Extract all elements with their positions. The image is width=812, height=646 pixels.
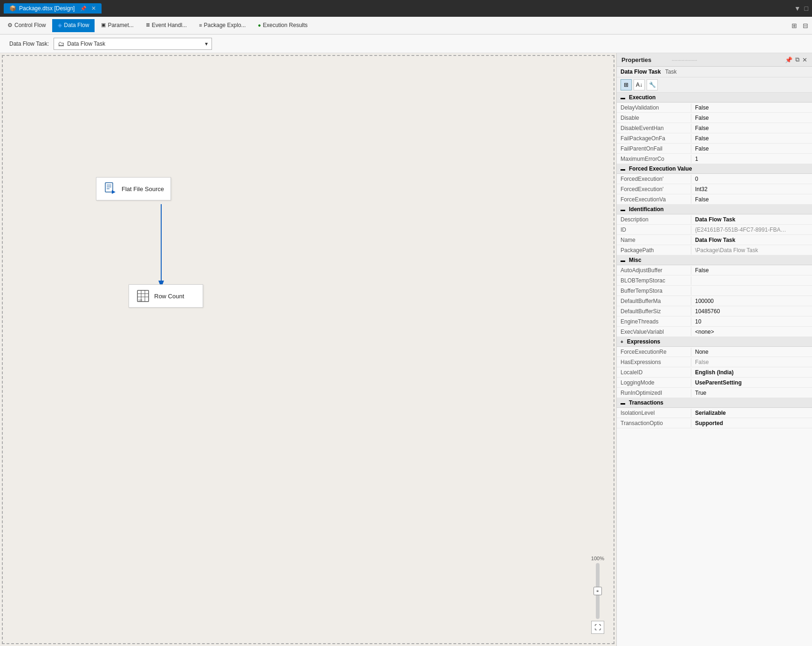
exec-label: Execution Results [263, 22, 307, 28]
props-wrench-btn[interactable]: 🔧 [647, 79, 658, 90]
props-categorized-btn[interactable]: ⊞ [621, 79, 632, 90]
package-tab[interactable]: 📦 Package.dtsx [Design] 📌 ✕ [4, 3, 102, 14]
package-tab-label: Package.dtsx [Design] [19, 5, 75, 12]
task-dropdown[interactable]: 🗂 Data Flow Task ▾ [54, 38, 212, 50]
flat-file-source-label: Flat File Source [122, 186, 164, 192]
row-count-icon: 123 [136, 289, 150, 303]
props-key: DelayValidation [617, 103, 691, 112]
tab-event-handlers[interactable]: ≣ Event Handl... [140, 19, 192, 32]
props-row[interactable]: FailParentOnFailFalse [617, 144, 812, 154]
props-row[interactable]: IsolationLevelSerializable [617, 408, 812, 418]
tab-execution-results[interactable]: ● Execution Results [252, 19, 314, 32]
props-row[interactable]: DescriptionData Flow Task [617, 214, 812, 225]
props-row[interactable]: AutoAdjustBufferFalse [617, 265, 812, 275]
explorer-label: Package Explo... [204, 22, 246, 28]
minimize-icon[interactable]: ▼ [794, 5, 801, 12]
canvas-area[interactable]: Flat File Source [2, 55, 614, 644]
props-float-icon[interactable]: ⧉ [795, 56, 799, 63]
props-row[interactable]: HasExpressionsFalse [617, 357, 812, 367]
props-row[interactable]: DefaultBufferMa100000 [617, 296, 812, 306]
props-row[interactable]: TransactionOptioSupported [617, 418, 812, 428]
props-row[interactable]: ForceExecutionVaFalse [617, 194, 812, 205]
props-key: LocaleID [617, 368, 691, 377]
flat-file-source-icon [103, 181, 118, 196]
package-icon: 📦 [9, 5, 16, 12]
props-key: BLOBTempStorac [617, 276, 691, 285]
svg-text:123: 123 [138, 299, 143, 302]
props-key: DefaultBufferSiz [617, 307, 691, 316]
flat-file-source-component[interactable]: Flat File Source [96, 177, 171, 200]
props-key: TransactionOptio [617, 419, 691, 427]
main-layout: Flat File Source [0, 53, 812, 646]
chevron-down-icon: ▾ [205, 41, 208, 47]
connector-line [3, 56, 614, 643]
row-count-component[interactable]: 123 Row Count [129, 284, 203, 308]
maximize-icon[interactable]: □ [805, 5, 808, 12]
event-icon: ≣ [146, 22, 150, 28]
props-content[interactable]: ▬ExecutionDelayValidationFalseDisableFal… [617, 93, 812, 646]
props-value: True [691, 389, 812, 397]
props-row[interactable]: ExecValueVariabl<none> [617, 327, 812, 337]
props-key: RunInOptimizedI [617, 389, 691, 397]
props-key: FailParentOnFail [617, 144, 691, 153]
zoom-fit-button[interactable]: ⛶ [591, 621, 604, 634]
props-value: 10485760 [691, 307, 812, 316]
props-row[interactable]: DisableFalse [617, 113, 812, 123]
props-row[interactable]: BufferTempStora [617, 286, 812, 296]
props-row[interactable]: DefaultBufferSiz10485760 [617, 306, 812, 316]
props-section-misc[interactable]: ▬Misc [617, 255, 812, 265]
props-header-dots: ·················· [672, 57, 697, 63]
zoom-slider-thumb[interactable]: ≡ [594, 587, 602, 595]
props-value: Serializable [691, 409, 812, 417]
section-label: Misc [629, 257, 641, 263]
props-section-forced-execution-value[interactable]: ▬Forced Execution Value [617, 164, 812, 174]
params-label: Paramet... [108, 22, 133, 28]
props-value: False [691, 358, 812, 366]
props-row[interactable]: LoggingModeUseParentSetting [617, 378, 812, 388]
props-row[interactable]: FailPackageOnFaFalse [617, 133, 812, 144]
toolbar-btn-layout[interactable]: ⊟ [801, 20, 810, 31]
props-close-icon[interactable]: ✕ [802, 56, 807, 63]
props-alphabetical-btn[interactable]: A↓ [634, 79, 645, 90]
props-value [691, 280, 812, 282]
task-dropdown-value: Data Flow Task [67, 41, 105, 47]
props-row[interactable]: ID{E24161B7-551B-4FC7-8991-FBA… [617, 225, 812, 235]
props-row[interactable]: PackagePath\Package\Data Flow Task [617, 245, 812, 255]
props-key: AutoAdjustBuffer [617, 266, 691, 275]
props-key: Description [617, 215, 691, 224]
task-bar: Data Flow Task: 🗂 Data Flow Task ▾ [0, 34, 812, 53]
tab-parameters[interactable]: ▣ Paramet... [96, 19, 139, 32]
props-row[interactable]: DisableEventHanFalse [617, 123, 812, 133]
props-value: Data Flow Task [691, 215, 812, 224]
props-row[interactable]: DelayValidationFalse [617, 103, 812, 113]
zoom-fit-icon: ⛶ [594, 624, 601, 631]
tab-data-flow[interactable]: ◈ Data Flow [52, 19, 95, 32]
props-value: 1 [691, 155, 812, 163]
props-pin-icon[interactable]: 📌 [785, 56, 792, 63]
props-row[interactable]: NameData Flow Task [617, 235, 812, 245]
props-row[interactable]: ForceExecutionReNone [617, 347, 812, 357]
props-row[interactable]: ForcedExecution'Int32 [617, 184, 812, 194]
props-row[interactable]: EngineThreads10 [617, 316, 812, 327]
zoom-slider-track[interactable]: ≡ [596, 563, 600, 619]
section-expand-icon: ▬ [621, 207, 625, 212]
props-row[interactable]: ForcedExecution'0 [617, 174, 812, 184]
toolbar-right: ⊞ ⊟ [790, 20, 810, 31]
props-row[interactable]: MaximumErrorCo1 [617, 154, 812, 164]
pin-icon[interactable]: 📌 [80, 6, 87, 12]
props-row[interactable]: RunInOptimizedITrue [617, 388, 812, 398]
tab-package-explorer[interactable]: ≡ Package Explo... [193, 19, 251, 32]
data-flow-icon: ◈ [58, 22, 62, 28]
props-key: HasExpressions [617, 358, 691, 366]
toolbar-btn-grid[interactable]: ⊞ [790, 20, 799, 31]
tab-control-flow[interactable]: ⚙ Control Flow [2, 19, 51, 32]
props-row[interactable]: BLOBTempStorac [617, 275, 812, 286]
props-section-transactions[interactable]: ▬Transactions [617, 398, 812, 408]
row-count-label: Row Count [154, 293, 184, 300]
props-section-identification[interactable]: ▬Identification [617, 205, 812, 214]
props-section-execution[interactable]: ▬Execution [617, 93, 812, 103]
close-icon[interactable]: ✕ [91, 5, 96, 12]
props-value: False [691, 103, 812, 112]
props-section-expressions[interactable]: +Expressions [617, 337, 812, 347]
props-row[interactable]: LocaleIDEnglish (India) [617, 367, 812, 378]
